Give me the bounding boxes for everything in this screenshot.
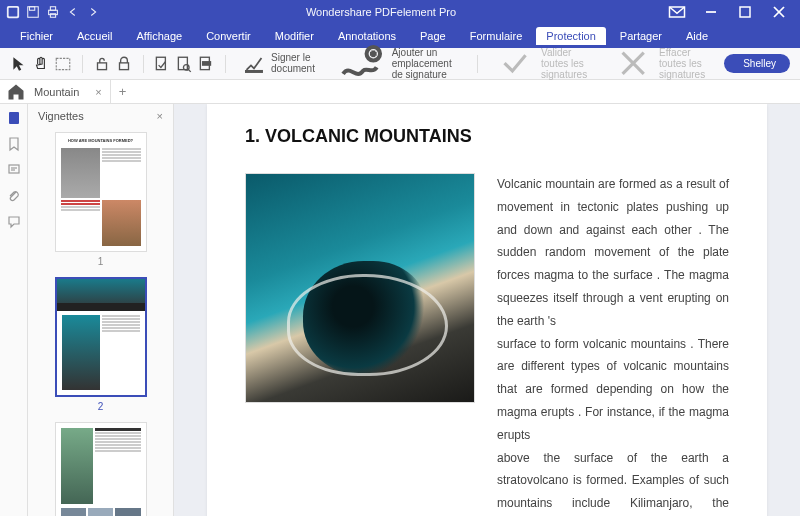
panel-title: Vignettes xyxy=(38,110,84,122)
svg-rect-6 xyxy=(50,14,55,18)
paragraph-3: above the surface of the earth a stratov… xyxy=(497,451,729,516)
minimize-button[interactable] xyxy=(696,2,726,22)
app-title: Wondershare PDFelement Pro xyxy=(100,6,662,18)
svg-rect-1 xyxy=(9,8,18,17)
svg-rect-3 xyxy=(30,7,35,11)
doc-check-icon[interactable] xyxy=(153,55,171,73)
thumbnails-panel: Vignettes × HOW ARE MOUNTAINS FORMED? 1 xyxy=(28,104,174,516)
undo-icon[interactable] xyxy=(66,5,80,19)
tab-close-icon[interactable]: × xyxy=(95,86,101,98)
page-content: 1. VOLCANIC MOUNTAINS Volcanic mountain … xyxy=(207,104,767,516)
print-icon[interactable] xyxy=(46,5,60,19)
svg-line-18 xyxy=(189,69,191,71)
add-sig-label: Ajouter un emplacement de signature xyxy=(392,47,462,80)
paragraph-2: surface to form volcanic mountains . The… xyxy=(497,337,729,442)
comment-icon[interactable] xyxy=(6,214,22,230)
page-heading: 1. VOLCANIC MOUNTAINS xyxy=(245,126,729,147)
tab-label: Mountain xyxy=(34,86,79,98)
tab-add-button[interactable]: + xyxy=(111,84,135,99)
thumb-num: 1 xyxy=(46,256,155,267)
validate-sig-label: Valider toutes les signatures xyxy=(541,47,594,80)
home-tab-icon[interactable] xyxy=(6,82,26,102)
validate-sig-button[interactable]: Valider toutes les signatures xyxy=(488,39,600,87)
user-button[interactable]: Shelley xyxy=(724,54,790,73)
save-icon[interactable] xyxy=(26,5,40,19)
thumbnail-2[interactable]: 2 xyxy=(46,277,155,412)
clear-sig-button[interactable]: Effacer toutes les signatures xyxy=(606,39,718,87)
document-view[interactable]: 1. VOLCANIC MOUNTAINS Volcanic mountain … xyxy=(174,104,800,516)
svg-rect-12 xyxy=(56,58,70,69)
sign-doc-label: Signer le document xyxy=(271,52,315,74)
panel-close-icon[interactable]: × xyxy=(157,110,163,122)
toolbar: Signer le document Ajouter un emplacemen… xyxy=(0,48,800,80)
user-label: Shelley xyxy=(743,58,776,69)
thumbnail-1[interactable]: HOW ARE MOUNTAINS FORMED? 1 xyxy=(46,132,155,267)
sign-doc-button[interactable]: Signer le document xyxy=(236,49,321,79)
select-icon[interactable] xyxy=(54,55,72,73)
attachments-icon[interactable] xyxy=(6,188,22,204)
pointer-icon[interactable] xyxy=(10,55,28,73)
menu-fichier[interactable]: Fichier xyxy=(10,27,63,45)
svg-rect-13 xyxy=(97,62,106,69)
doc-redact-icon[interactable] xyxy=(197,55,215,73)
lock-open-icon[interactable] xyxy=(93,55,111,73)
thumb-num: 2 xyxy=(46,401,155,412)
clear-sig-label: Effacer toutes les signatures xyxy=(659,47,712,80)
svg-rect-5 xyxy=(50,7,55,11)
hand-icon[interactable] xyxy=(32,55,50,73)
menu-convertir[interactable]: Convertir xyxy=(196,27,261,45)
left-rail xyxy=(0,104,28,516)
add-sig-button[interactable]: Ajouter un emplacement de signature xyxy=(327,34,467,94)
close-button[interactable] xyxy=(764,2,794,22)
svg-rect-14 xyxy=(119,62,128,69)
annotations-icon[interactable] xyxy=(6,162,22,178)
document-tab[interactable]: Mountain × xyxy=(26,80,111,103)
doc-search-icon[interactable] xyxy=(175,55,193,73)
menu-modifier[interactable]: Modifier xyxy=(265,27,324,45)
svg-rect-28 xyxy=(9,112,19,124)
svg-rect-9 xyxy=(740,7,750,17)
thumbnail-3[interactable]: 3 xyxy=(46,422,155,516)
lock-icon[interactable] xyxy=(115,55,133,73)
svg-rect-20 xyxy=(203,61,211,64)
menu-affichage[interactable]: Affichage xyxy=(126,27,192,45)
redo-icon[interactable] xyxy=(86,5,100,19)
thumbnails-icon[interactable] xyxy=(6,110,22,126)
app-logo-icon xyxy=(6,5,20,19)
maximize-button[interactable] xyxy=(730,2,760,22)
svg-rect-21 xyxy=(245,69,263,72)
mail-icon[interactable] xyxy=(662,2,692,22)
bookmarks-icon[interactable] xyxy=(6,136,22,152)
figure-image xyxy=(245,173,475,403)
svg-rect-29 xyxy=(9,165,19,173)
workspace: Vignettes × HOW ARE MOUNTAINS FORMED? 1 xyxy=(0,104,800,516)
menu-accueil[interactable]: Accueil xyxy=(67,27,122,45)
titlebar: Wondershare PDFelement Pro xyxy=(0,0,800,24)
thumbnails-list[interactable]: HOW ARE MOUNTAINS FORMED? 1 xyxy=(28,128,173,516)
paragraph-1: Volcanic mountain are formed as a result… xyxy=(497,177,729,328)
